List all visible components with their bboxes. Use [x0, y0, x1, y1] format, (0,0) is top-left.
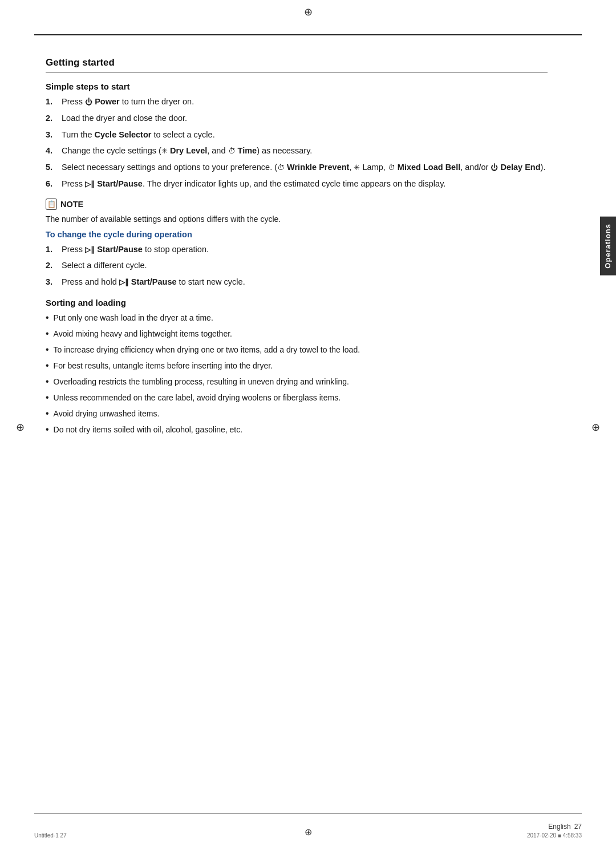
bullet-6: Unless recommended on the care label, av…	[46, 392, 548, 404]
bottom-compass-icon: ⊕	[305, 827, 312, 837]
left-compass-icon: ⊕	[16, 421, 25, 434]
section-title: Getting started	[46, 57, 548, 72]
bullet-3: To increase drying efficiency when dryin…	[46, 344, 548, 356]
mixed-load-bell-icon: ⏱	[388, 163, 395, 172]
top-divider-line	[34, 34, 582, 35]
bottom-divider-line	[34, 813, 582, 814]
time-icon1: ⏱	[228, 147, 236, 156]
change-step-3: 3. Press and hold ▷∥ Start/Pause to star…	[46, 276, 548, 289]
step-3: 3. Turn the Cycle Selector to select a c…	[46, 129, 548, 141]
bullet-8: Do not dry items soiled with oil, alcoho…	[46, 424, 548, 436]
bullet-7: Avoid drying unwashed items.	[46, 408, 548, 420]
start-pause-icon2: ▷∥	[85, 245, 95, 254]
operations-sidebar-tab: Operations	[600, 217, 616, 276]
footer-center: English 27	[548, 823, 582, 831]
simple-steps-list: 1. Press ⏻ Power to turn the dryer on. 2…	[46, 96, 548, 191]
note-icon: 📋	[46, 199, 57, 210]
right-compass-icon: ⊕	[591, 421, 600, 434]
footer-page-number: 27	[574, 823, 582, 831]
step-5: 5. Select necessary settings and options…	[46, 161, 548, 174]
change-step-1: 1. Press ▷∥ Start/Pause to stop operatio…	[46, 244, 548, 256]
wrinkle-prevent-icon: ⏱	[277, 163, 285, 172]
main-content-area: Getting started Simple steps to start 1.…	[46, 57, 548, 796]
lamp-icon: ✳	[354, 163, 360, 172]
bullet-5: Overloading restricts the tumbling proce…	[46, 376, 548, 388]
bullet-1: Put only one wash load in the dryer at a…	[46, 312, 548, 324]
change-step-2: 2. Select a different cycle.	[46, 260, 548, 272]
sorting-loading-title: Sorting and loading	[46, 298, 548, 307]
sorting-loading-list: Put only one wash load in the dryer at a…	[46, 312, 548, 436]
bullet-4: For best results, untangle items before …	[46, 360, 548, 372]
note-text: The number of available settings and opt…	[46, 213, 548, 225]
step-6: 6. Press ▷∥ Start/Pause. The dryer indic…	[46, 178, 548, 191]
start-pause-icon1: ▷∥	[85, 180, 95, 188]
bottom-file-info: Untitled-1 27	[34, 832, 67, 839]
bullet-2: Avoid mixing heavy and lightweight items…	[46, 328, 548, 340]
footer-language: English	[548, 823, 570, 831]
change-cycle-steps-list: 1. Press ▷∥ Start/Pause to stop operatio…	[46, 244, 548, 289]
dry-level-icon: ✳	[161, 147, 168, 156]
subsection-simple-steps-title: Simple steps to start	[46, 82, 548, 91]
note-header: 📋 NOTE	[46, 199, 548, 210]
start-pause-icon3: ▷∥	[119, 278, 129, 286]
power-icon: ⏻	[85, 98, 92, 106]
top-compass-icon: ⊕	[304, 6, 313, 18]
step-2: 2. Load the dryer and close the door.	[46, 112, 548, 125]
change-cycle-heading: To change the cycle during operation	[46, 230, 548, 239]
bottom-date-info: 2017-02-20 ■ 4:58:33	[527, 832, 582, 839]
delay-end-icon: ⏻	[491, 163, 498, 172]
note-box: 📋 NOTE The number of available settings …	[46, 199, 548, 289]
step-1: 1. Press ⏻ Power to turn the dryer on.	[46, 96, 548, 108]
step-4: 4. Change the cycle settings (✳ Dry Leve…	[46, 145, 548, 157]
